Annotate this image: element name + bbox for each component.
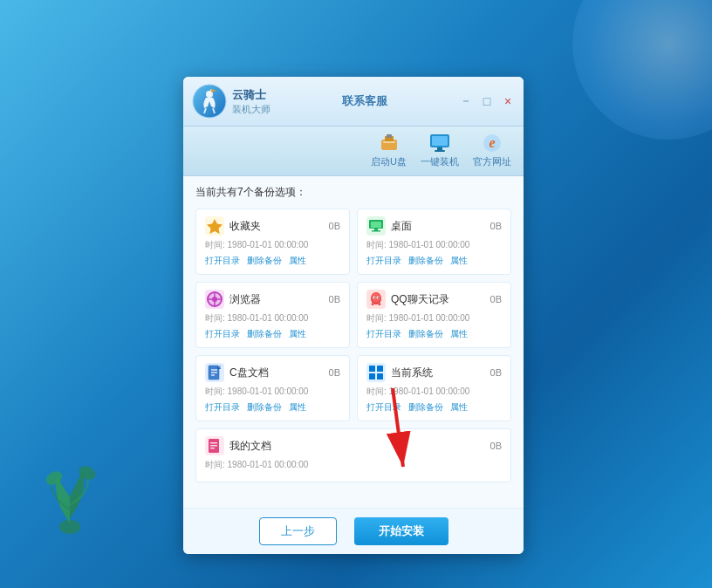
backup-item-header: 当前系统 0B (366, 363, 502, 382)
qq-name: QQ聊天记录 (391, 292, 485, 307)
titlebar: 云骑士 装机大师 联系客服 － □ × (183, 77, 524, 126)
backup-item-header: C盘文档 0B (205, 363, 340, 382)
desktop-props[interactable]: 属性 (450, 255, 468, 267)
svg-rect-22 (374, 229, 378, 230)
system-props[interactable]: 属性 (450, 401, 468, 414)
backup-grid: 收藏夹 0B 时间: 1980-01-01 00:00:00 打开目录 删除备份… (195, 209, 511, 421)
svg-rect-46 (210, 442, 217, 444)
desktop-name: 桌面 (391, 219, 485, 234)
bg-circle (572, 0, 712, 140)
svg-rect-16 (435, 150, 445, 152)
minimize-button[interactable]: － (459, 94, 473, 108)
browser-open-dir[interactable]: 打开目录 (205, 328, 240, 340)
favorites-open-dir[interactable]: 打开目录 (205, 255, 240, 267)
qq-num: 0B (490, 294, 502, 304)
desktop-open-dir[interactable]: 打开目录 (366, 255, 401, 267)
toolbar-usb[interactable]: 启动U盘 (371, 133, 407, 168)
favorites-delete[interactable]: 删除备份 (247, 255, 282, 267)
favorites-props[interactable]: 属性 (289, 255, 306, 267)
cdrive-name: C盘文档 (229, 366, 324, 380)
svg-rect-12 (383, 141, 395, 143)
cdrive-time: 时间: 1980-01-01 00:00:00 (205, 386, 340, 398)
window-title: 联系客服 (342, 93, 387, 109)
qq-open-dir[interactable]: 打开目录 (366, 328, 401, 340)
footer: 上一步 开始安装 (183, 508, 524, 554)
plant-decoration (35, 448, 105, 536)
system-delete[interactable]: 删除备份 (408, 401, 443, 414)
svg-rect-44 (377, 373, 383, 379)
backup-item-qq: QQ聊天记录 0B 时间: 1980-01-01 00:00:00 打开目录 删… (357, 282, 511, 348)
system-actions: 打开目录 删除备份 属性 (366, 401, 502, 414)
system-icon (366, 363, 386, 382)
system-open-dir[interactable]: 打开目录 (366, 401, 401, 414)
svg-marker-19 (207, 219, 222, 234)
mydocs-time: 时间: 1980-01-01 00:00:00 (205, 459, 502, 471)
usb-icon (377, 133, 401, 153)
cdrive-actions: 打开目录 删除备份 属性 (205, 401, 340, 414)
qq-props[interactable]: 属性 (450, 328, 468, 340)
svg-rect-42 (377, 366, 383, 372)
prev-button[interactable]: 上一步 (259, 517, 337, 545)
browser-actions: 打开目录 删除备份 属性 (205, 328, 340, 340)
toolbar-install-label: 一键装机 (421, 155, 459, 168)
svg-rect-48 (210, 448, 215, 449)
content-area: 当前共有7个备份选项： 收藏夹 0B 时间: 1980-01-01 00:00:… (183, 176, 524, 508)
system-time: 时间: 1980-01-01 00:00:00 (366, 386, 502, 398)
browser-delete[interactable]: 删除备份 (247, 328, 282, 340)
cdrive-delete[interactable]: 删除备份 (247, 401, 282, 414)
close-button[interactable]: × (501, 94, 515, 108)
app-name: 云骑士 (232, 87, 270, 103)
system-name: 当前系统 (391, 366, 485, 380)
svg-rect-41 (369, 366, 375, 372)
svg-point-33 (374, 297, 375, 298)
backup-item-header: 桌面 0B (366, 216, 502, 236)
backup-item-mydocs: 我的文档 0B 时间: 1980-01-01 00:00:00 (195, 428, 511, 482)
backup-item-desktop: 桌面 0B 时间: 1980-01-01 00:00:00 打开目录 删除备份 … (357, 209, 511, 275)
backup-item-browser: 浏览器 0B 时间: 1980-01-01 00:00:00 打开目录 删除备份… (195, 282, 350, 348)
desktop-delete[interactable]: 删除备份 (408, 255, 443, 267)
backup-item-favorites: 收藏夹 0B 时间: 1980-01-01 00:00:00 打开目录 删除备份… (195, 209, 350, 275)
toolbar-website[interactable]: e 官方网址 (473, 133, 511, 168)
qq-time: 时间: 1980-01-01 00:00:00 (366, 312, 502, 325)
svg-point-0 (59, 520, 80, 534)
browser-num: 0B (329, 294, 340, 304)
cdrive-num: 0B (329, 367, 340, 378)
toolbar-website-label: 官方网址 (473, 155, 511, 168)
titlebar-left: 云骑士 装机大师 (192, 84, 270, 119)
qq-icon (366, 290, 386, 309)
start-install-button[interactable]: 开始安装 (354, 517, 448, 545)
favorites-name: 收藏夹 (229, 219, 324, 234)
qq-delete[interactable]: 删除备份 (408, 328, 443, 340)
desktop-time: 时间: 1980-01-01 00:00:00 (366, 239, 502, 251)
cdrive-icon (205, 363, 224, 382)
backup-item-header: 浏览器 0B (205, 290, 340, 309)
qq-actions: 打开目录 删除备份 属性 (366, 328, 502, 340)
app-logo (192, 84, 227, 119)
backup-item-system: 当前系统 0B 时间: 1980-01-01 00:00:00 打开目录 删除备… (357, 355, 511, 421)
ie-icon: e (480, 133, 504, 153)
svg-text:e: e (489, 135, 495, 150)
favorites-num: 0B (329, 221, 340, 231)
toolbar-install[interactable]: 一键装机 (421, 133, 459, 168)
svg-rect-43 (369, 373, 375, 379)
mydocs-icon (205, 436, 224, 455)
browser-props[interactable]: 属性 (289, 328, 306, 340)
cdrive-open-dir[interactable]: 打开目录 (205, 401, 240, 414)
favorites-icon (205, 216, 224, 236)
toolbar-usb-label: 启动U盘 (371, 155, 407, 168)
favorites-time: 时间: 1980-01-01 00:00:00 (205, 239, 340, 251)
backup-item-header: 收藏夹 0B (205, 216, 340, 236)
mydocs-name: 我的文档 (229, 439, 485, 454)
svg-point-1 (44, 468, 65, 488)
svg-rect-23 (372, 230, 380, 232)
svg-point-34 (378, 297, 379, 298)
desktop-num: 0B (490, 221, 502, 231)
backup-item-cdrive: C盘文档 0B 时间: 1980-01-01 00:00:00 打开目录 删除备… (195, 355, 350, 421)
app-name-block: 云骑士 装机大师 (232, 87, 270, 116)
cdrive-props[interactable]: 属性 (289, 401, 306, 414)
backup-item-header: QQ聊天记录 0B (366, 290, 502, 309)
svg-rect-11 (387, 134, 392, 138)
svg-rect-14 (432, 136, 448, 146)
restore-button[interactable]: □ (480, 94, 494, 108)
monitor-icon (428, 133, 452, 153)
